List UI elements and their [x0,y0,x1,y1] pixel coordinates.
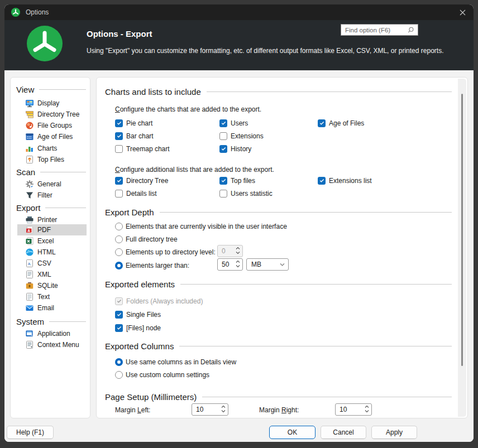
radio-full-directory-tree[interactable]: Full directory tree [115,235,178,243]
radio-unselected-icon [115,223,123,230]
sidebar-item-application[interactable]: Application [25,328,87,339]
checkbox-bar-chart[interactable]: Bar chart [115,132,154,140]
checkbox-single-files[interactable]: Single Files [115,310,161,319]
search-icon [407,26,415,34]
checkbox-checked-icon [219,177,227,185]
checkbox-extensions[interactable]: Extensions [219,132,264,140]
text-icon [25,292,34,301]
file-groups-icon [25,121,34,130]
csv-icon: a, [25,259,34,268]
margin-right-spinner[interactable]: 10 [335,403,372,416]
sidebar-item-file-groups[interactable]: File Groups [25,120,87,131]
sidebar-item-excel[interactable]: Excel [25,235,87,247]
checkbox-checked-icon [318,119,326,127]
printer-icon [25,215,34,224]
margin-left-spinner[interactable]: 10 [192,403,228,416]
sidebar-item-printer[interactable]: Printer [25,214,87,225]
checkbox-checked-icon [219,119,227,127]
radio-custom-columns[interactable]: Use custom column settings [115,370,209,379]
checkbox-top-files[interactable]: Top files [219,176,255,185]
window-title: Options [26,8,49,16]
spinner-up-down-icons[interactable] [365,405,369,413]
sidebar-item-context-menu[interactable]: Context Menu [25,339,87,350]
sidebar-item-general[interactable]: General [25,179,87,190]
chevron-down-icon [280,263,285,267]
treesize-logo [27,26,63,61]
ok-button[interactable]: OK [269,426,316,439]
options-nav-sidebar: View Display Directory Tree File Groups … [10,77,90,418]
sidebar-item-display[interactable]: Display [25,98,87,109]
sqlite-icon [25,281,34,290]
sidebar-item-html[interactable]: HTML [25,247,87,258]
unit-dropdown[interactable]: MB [246,258,289,271]
checkbox-users-statistic[interactable]: Users statistic [219,189,273,197]
spinner-up-down-icons[interactable] [221,405,226,413]
xml-icon [25,270,34,279]
checkbox-unchecked-icon [115,145,123,153]
radio-elements-larger-than[interactable]: Elements larger than: [115,261,189,269]
charts-icon [25,144,34,153]
checkbox-checked-icon [318,177,326,185]
radio-same-columns[interactable]: Use same columns as in Details view [115,358,236,366]
size-spinner[interactable]: 50 [217,258,243,271]
checkbox-checked-icon [115,119,123,127]
scrollbar-thumb[interactable] [461,94,463,366]
radio-unselected-icon [115,235,123,243]
checkbox-checked-icon [115,177,123,185]
directory-level-spinner[interactable]: 0 [217,245,243,257]
radio-currently-visible[interactable]: Elements that are currently visible in t… [115,222,287,230]
find-option-search[interactable] [341,24,418,36]
checkbox-extensions-list[interactable]: Extensions list [318,176,372,185]
sidebar-item-pdf[interactable]: APDF [17,224,87,235]
lists-hint: Configure additional lists that are adde… [115,166,274,174]
sidebar-item-age-of-files[interactable]: Age of Files [25,131,87,142]
sidebar-item-top-files[interactable]: Top Files [25,154,87,165]
sidebar-item-directory-tree[interactable]: Directory Tree [25,109,87,120]
sidebar-section-system: System [16,316,86,326]
radio-selected-icon [115,262,123,269]
radio-elements-up-to-level[interactable]: Elements up to directory level: [115,248,216,256]
radio-unselected-icon [115,371,123,379]
close-icon[interactable] [456,5,469,20]
checkbox-details-list[interactable]: Details list [115,189,157,197]
checkbox-unchecked-icon [115,190,123,197]
scrollbar[interactable] [458,79,466,417]
html-icon [25,248,34,257]
section-header-page-setup: Page Setup (Millimeters) [105,392,452,402]
sidebar-item-email[interactable]: Email [25,302,87,314]
top-files-icon [25,155,34,164]
sidebar-item-xml[interactable]: XML [25,269,87,280]
spinner-up-down-icons[interactable] [236,247,240,254]
dialog-header: Options - Export Using "Export" you can … [4,20,474,70]
sidebar-item-filter[interactable]: Filter [25,190,87,201]
options-content-panel: Charts and lists to include Configure th… [96,77,468,418]
sidebar-item-charts[interactable]: Charts [25,143,87,154]
checkbox-unchecked-icon [219,132,227,140]
sidebar-item-sqlite[interactable]: SQLite [25,280,87,291]
help-button[interactable]: Help (F1) [7,426,54,439]
checkbox-directory-tree[interactable]: Directory Tree [115,176,168,185]
title-bar: Options [4,4,474,20]
checkbox-pie-chart[interactable]: Pie chart [115,119,152,127]
checkbox-treemap-chart[interactable]: Treemap chart [115,144,170,153]
directory-tree-icon [25,110,34,119]
checkbox-unchecked-icon [219,190,227,197]
radio-selected-icon [115,358,123,366]
apply-button[interactable]: Apply [371,426,417,439]
checkbox-age-of-files[interactable]: Age of Files [318,119,364,127]
search-input[interactable] [341,25,418,35]
cancel-button[interactable]: Cancel [321,426,366,439]
section-header-export-depth: Export Depth [105,207,452,217]
checkbox-users[interactable]: Users [219,119,248,127]
spinner-up-down-icons[interactable] [236,260,240,268]
page-subtitle: Using "Export" you can customize the for… [87,47,466,55]
gear-icon [25,180,34,189]
dialog-body: View Display Directory Tree File Groups … [4,70,474,442]
display-icon [25,99,34,108]
radio-unselected-icon [115,248,123,256]
sidebar-item-csv[interactable]: a,CSV [25,258,87,269]
svg-text:a,: a, [28,262,31,266]
sidebar-item-text[interactable]: Text [25,291,87,302]
checkbox-files-node[interactable]: [Files] node [115,324,161,332]
checkbox-history[interactable]: History [219,144,251,153]
